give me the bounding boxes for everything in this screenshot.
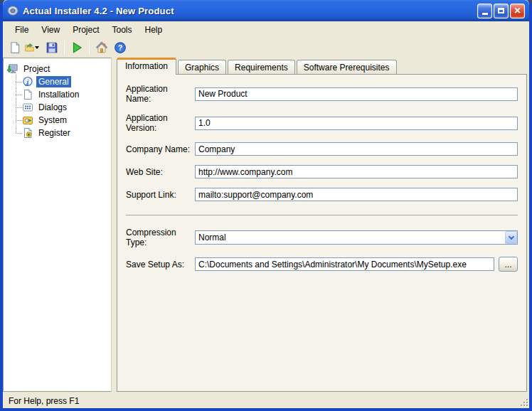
menu-view[interactable]: View: [35, 23, 66, 37]
web-site-field[interactable]: [195, 165, 518, 178]
toolbar-separator: [89, 41, 90, 55]
home-icon: [95, 41, 108, 54]
web-site-row: Web Site:: [126, 165, 518, 178]
support-link-field[interactable]: [195, 188, 518, 201]
menu-bar: File View Project Tools Help: [3, 21, 529, 38]
toolbar: ?: [3, 38, 529, 57]
menu-tools[interactable]: Tools: [106, 23, 139, 37]
info-icon: i: [22, 76, 33, 87]
app-icon: [7, 5, 19, 16]
maximize-button[interactable]: [494, 4, 509, 18]
web-site-label: Web Site:: [126, 167, 195, 177]
tree-item-installation[interactable]: Installation: [13, 88, 110, 101]
title-bar: Actual Installer 4.2 - New Product ✕: [3, 0, 529, 21]
compression-type-row: Compression Type: Normal: [126, 228, 518, 247]
minimize-icon: [482, 13, 488, 15]
window-title: Actual Installer 4.2 - New Product: [23, 6, 477, 16]
tree-root-label: Project: [21, 63, 52, 75]
system-icon: [22, 114, 33, 126]
company-name-field[interactable]: [195, 142, 518, 156]
menu-file[interactable]: File: [9, 23, 35, 37]
support-link-label: Support Link:: [126, 190, 195, 200]
status-text: For Help, press F1: [9, 396, 79, 406]
open-folder-icon: [25, 41, 34, 54]
tree-item-register[interactable]: Register: [13, 127, 110, 139]
tab-graphics[interactable]: Graphics: [178, 60, 226, 75]
save-icon: [46, 41, 58, 54]
save-setup-label: Save Setup As:: [126, 260, 195, 269]
compression-type-select[interactable]: Normal: [195, 230, 518, 245]
company-name-row: Company Name:: [126, 142, 518, 156]
application-name-label: Application Name:: [126, 84, 195, 104]
application-version-label: Application Version:: [126, 113, 195, 133]
home-button[interactable]: [92, 39, 111, 56]
tab-requirements[interactable]: Requirements: [228, 60, 295, 75]
application-name-row: Application Name:: [126, 84, 518, 104]
tree-item-general[interactable]: i General: [13, 75, 110, 88]
application-version-row: Application Version:: [126, 113, 518, 133]
save-setup-row: Save Setup As: ...: [126, 257, 518, 272]
help-icon: ?: [114, 41, 127, 54]
open-project-button[interactable]: [24, 39, 43, 56]
chevron-down-icon: [508, 233, 514, 239]
close-button[interactable]: ✕: [510, 4, 525, 18]
tree-root-project[interactable]: Project: [6, 62, 110, 75]
project-tree: Project i General Installation: [3, 58, 112, 392]
save-project-button[interactable]: [43, 39, 61, 56]
tree-item-label: Register: [36, 127, 73, 139]
support-link-row: Support Link:: [126, 188, 518, 201]
maximize-icon: [498, 8, 504, 14]
company-name-label: Company Name:: [126, 144, 195, 154]
new-project-button[interactable]: [6, 39, 24, 56]
section-divider: [126, 215, 518, 215]
register-icon: [22, 127, 33, 139]
compression-type-value: Normal: [196, 233, 505, 242]
tree-item-label: Installation: [36, 89, 81, 100]
help-button[interactable]: ?: [111, 39, 129, 56]
build-run-button[interactable]: [68, 39, 86, 56]
information-tab-page: Application Name: Application Version: C…: [117, 74, 527, 392]
close-icon: ✕: [514, 6, 521, 15]
tab-information[interactable]: Information: [117, 58, 176, 75]
toolbar-separator: [64, 41, 65, 55]
project-icon: [6, 63, 18, 75]
document-icon: [22, 89, 33, 100]
application-version-field[interactable]: [195, 117, 518, 130]
save-setup-path-field[interactable]: [195, 257, 494, 271]
menu-project[interactable]: Project: [66, 23, 105, 37]
open-dropdown-caret-icon: [35, 46, 39, 49]
compression-type-label: Compression Type:: [126, 228, 195, 247]
tree-item-label: System: [36, 114, 69, 126]
resize-grip-icon[interactable]: [519, 397, 528, 407]
menu-help[interactable]: Help: [139, 23, 169, 37]
minimize-button[interactable]: [477, 4, 492, 18]
tree-item-dialogs[interactable]: Dialogs: [13, 101, 110, 114]
run-build-icon: [70, 41, 83, 54]
tree-item-label: Dialogs: [36, 102, 69, 113]
tree-item-system[interactable]: System: [13, 114, 110, 127]
tree-item-label: General: [36, 76, 71, 87]
new-document-icon: [9, 41, 21, 54]
main-panel: Information Graphics Requirements Softwa…: [117, 58, 527, 392]
status-bar: For Help, press F1: [3, 393, 529, 408]
compression-dropdown-button[interactable]: [505, 231, 517, 244]
tab-strip: Information Graphics Requirements Softwa…: [117, 58, 527, 74]
dialogs-icon: [22, 102, 33, 113]
browse-button[interactable]: ...: [499, 257, 518, 272]
content-area: Project i General Installation: [3, 57, 529, 393]
application-name-field[interactable]: [195, 87, 518, 101]
svg-text:?: ?: [118, 43, 123, 51]
application-window: Actual Installer 4.2 - New Product ✕ Fil…: [0, 0, 532, 411]
tab-software-prerequisites[interactable]: Software Prerequisites: [297, 60, 397, 75]
